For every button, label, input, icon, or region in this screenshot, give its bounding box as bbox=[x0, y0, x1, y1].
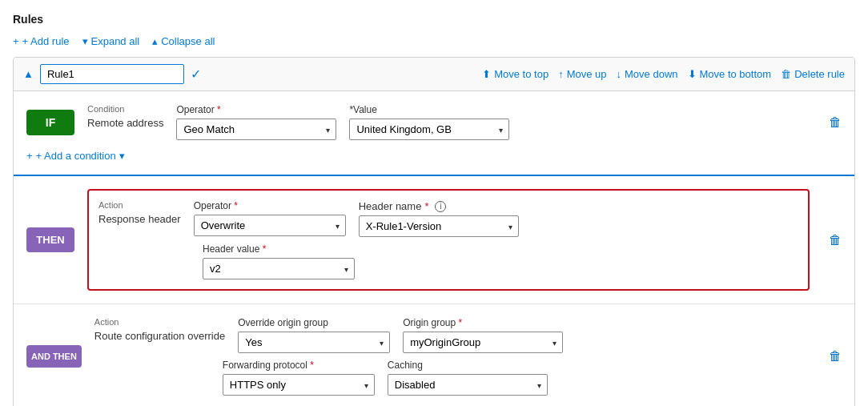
add-condition-plus-icon: + bbox=[26, 150, 33, 162]
then-action-label: Action bbox=[98, 200, 181, 210]
forwarding-protocol-select[interactable]: HTTPS only bbox=[223, 374, 375, 396]
override-origin-select[interactable]: Yes bbox=[238, 332, 390, 353]
collapse-all-button[interactable]: ▴ Collapse all bbox=[152, 35, 215, 47]
condition-row: IF Condition Remote address Operator * bbox=[26, 104, 842, 140]
if-section: IF Condition Remote address Operator * bbox=[14, 91, 854, 176]
delete-rule-button[interactable]: 🗑 Delete rule bbox=[781, 68, 845, 80]
then-operator-select[interactable]: Overwrite bbox=[194, 215, 346, 236]
forwarding-protocol-label: Forwarding protocol * bbox=[223, 360, 375, 371]
override-origin-label: Override origin group bbox=[238, 317, 390, 328]
header-name-required: * bbox=[424, 200, 428, 212]
caching-select[interactable]: Disabled bbox=[388, 374, 548, 396]
collapse-all-label: Collapse all bbox=[161, 35, 215, 47]
header-name-group: Header name * i X-Rule1-Version ▾ bbox=[359, 200, 519, 237]
caching-group: Caching Disabled ▾ bbox=[388, 360, 548, 396]
expand-icon: ▾ bbox=[82, 35, 88, 47]
then-action-label-group: Action Response header bbox=[98, 200, 181, 225]
rule-header: ▲ ✓ ⬆ Move to top ↑ Move up ↓ Move down … bbox=[14, 58, 854, 91]
then-operator-select-wrapper: Overwrite ▾ bbox=[194, 215, 346, 236]
move-up-button[interactable]: ↑ Move up bbox=[558, 68, 606, 80]
value-select-wrapper: United Kingdom, GB ▾ bbox=[349, 119, 509, 140]
and-then-delete-button[interactable]: 🗑 bbox=[829, 349, 842, 364]
value-select[interactable]: United Kingdom, GB bbox=[349, 119, 509, 140]
origin-group-select-wrapper: myOriginGroup ▾ bbox=[403, 332, 563, 353]
operator-group: Operator * Geo Match ▾ bbox=[176, 104, 336, 140]
and-then-trash-icon: 🗑 bbox=[829, 349, 842, 363]
header-value-group: Header value * v2 ▾ bbox=[203, 243, 355, 279]
move-to-top-button[interactable]: ⬆ Move to top bbox=[482, 68, 549, 80]
plus-icon: + bbox=[13, 35, 19, 47]
toolbar: + + Add rule ▾ Expand all ▴ Collapse all bbox=[13, 35, 855, 47]
operator-select[interactable]: Geo Match bbox=[176, 119, 336, 140]
rule-collapse-button[interactable]: ▲ bbox=[23, 68, 34, 80]
header-value-label: Header value * bbox=[203, 243, 355, 255]
add-rule-button[interactable]: + + Add rule bbox=[13, 35, 70, 47]
then-section: THEN Action Response header Operator bbox=[14, 176, 854, 304]
then-operator-required: * bbox=[234, 200, 238, 211]
page-title: Rules bbox=[13, 13, 855, 26]
add-rule-label: + Add rule bbox=[22, 35, 70, 47]
and-then-action-label: Action bbox=[94, 317, 225, 327]
forwarding-protocol-select-wrapper: HTTPS only ▾ bbox=[223, 374, 375, 396]
and-then-section: AND THEN Action Route configuration over… bbox=[14, 304, 854, 406]
header-value-select[interactable]: v2 bbox=[203, 258, 355, 279]
rule-header-left: ▲ ✓ bbox=[23, 64, 476, 84]
expand-all-button[interactable]: ▾ Expand all bbox=[82, 35, 140, 47]
move-to-top-label: Move to top bbox=[494, 68, 549, 80]
value-label: *Value bbox=[349, 104, 509, 115]
header-name-label-row: Header name * i bbox=[359, 200, 519, 212]
move-up-icon: ↑ bbox=[558, 68, 564, 80]
and-then-fields-row-2: Forwarding protocol * HTTPS only ▾ bbox=[223, 360, 810, 396]
then-operator-group: Operator * Overwrite ▾ bbox=[194, 200, 346, 236]
then-action-row: THEN Action Response header Operator bbox=[26, 189, 842, 291]
and-then-action-value: Route configuration override bbox=[94, 330, 225, 342]
add-condition-button[interactable]: + + Add a condition ▾ bbox=[26, 150, 125, 162]
if-badge: IF bbox=[26, 110, 74, 135]
then-delete-button[interactable]: 🗑 bbox=[829, 233, 842, 247]
move-down-button[interactable]: ↓ Move down bbox=[617, 68, 678, 80]
rule-name-input[interactable] bbox=[40, 64, 184, 84]
header-value-select-wrapper: v2 ▾ bbox=[203, 258, 355, 279]
condition-label-group: Condition Remote address bbox=[87, 104, 163, 129]
move-to-top-icon: ⬆ bbox=[482, 68, 491, 80]
condition-label: Condition bbox=[87, 104, 163, 114]
then-action-highlight-box: Action Response header Operator * bbox=[87, 189, 810, 291]
value-group: *Value United Kingdom, GB ▾ bbox=[349, 104, 509, 140]
add-condition-chevron-icon: ▾ bbox=[119, 150, 125, 162]
rule-header-actions: ⬆ Move to top ↑ Move up ↓ Move down ⬇ Mo… bbox=[482, 68, 845, 80]
then-trash-icon: 🗑 bbox=[829, 233, 842, 247]
operator-select-wrapper: Geo Match ▾ bbox=[176, 119, 336, 140]
delete-rule-label: Delete rule bbox=[794, 68, 845, 80]
then-fields-row-2: Header value * v2 ▾ bbox=[98, 243, 798, 279]
condition-value: Remote address bbox=[87, 117, 163, 129]
header-name-label: Header name bbox=[359, 200, 422, 212]
move-to-bottom-icon: ⬇ bbox=[688, 68, 697, 80]
caching-label: Caching bbox=[388, 360, 548, 371]
header-name-info-icon[interactable]: i bbox=[435, 201, 446, 212]
origin-group-required: * bbox=[459, 317, 463, 328]
header-name-select-wrapper: X-Rule1-Version ▾ bbox=[359, 215, 519, 237]
rule-body: IF Condition Remote address Operator * bbox=[14, 91, 854, 406]
move-to-bottom-button[interactable]: ⬇ Move to bottom bbox=[688, 68, 772, 80]
origin-group-label: Origin group * bbox=[403, 317, 563, 328]
collapse-chevron-icon: ▲ bbox=[23, 68, 34, 80]
then-action-fields: Action Response header Operator * bbox=[98, 200, 798, 279]
move-down-icon: ↓ bbox=[617, 68, 622, 80]
condition-trash-icon: 🗑 bbox=[829, 115, 842, 129]
and-then-fields-row-1: Action Route configuration override Over… bbox=[94, 317, 810, 353]
and-then-action-content: Action Route configuration override Over… bbox=[94, 317, 810, 396]
forwarding-protocol-required: * bbox=[310, 360, 314, 371]
rule-check-icon[interactable]: ✓ bbox=[191, 66, 201, 82]
condition-fields-row: Condition Remote address Operator * Geo … bbox=[87, 104, 816, 140]
origin-group-select[interactable]: myOriginGroup bbox=[403, 332, 563, 353]
condition-delete-button[interactable]: 🗑 bbox=[829, 115, 842, 130]
override-origin-group: Override origin group Yes ▾ bbox=[238, 317, 390, 353]
move-to-bottom-label: Move to bottom bbox=[700, 68, 772, 80]
condition-fields: Condition Remote address Operator * Geo … bbox=[87, 104, 816, 140]
origin-group-group: Origin group * myOriginGroup ▾ bbox=[403, 317, 563, 353]
forwarding-protocol-group: Forwarding protocol * HTTPS only ▾ bbox=[223, 360, 375, 396]
then-operator-label: Operator * bbox=[194, 200, 346, 211]
move-down-label: Move down bbox=[625, 68, 677, 80]
header-name-select[interactable]: X-Rule1-Version bbox=[359, 215, 519, 237]
add-condition-label: + Add a condition bbox=[36, 150, 116, 162]
